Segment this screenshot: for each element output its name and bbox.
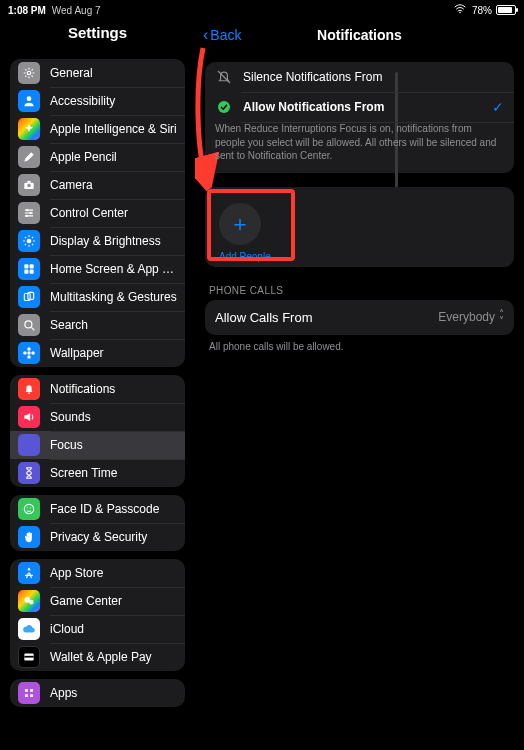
person-icon [18, 90, 40, 112]
sidebar-item-faceid[interactable]: Face ID & Passcode [10, 495, 185, 523]
sidebar-item-screen-time[interactable]: Screen Time [10, 459, 185, 487]
camera-icon [18, 174, 40, 196]
sidebar-item-label: Sounds [50, 410, 177, 424]
status-bar: 1:08 PM Wed Aug 7 78% [0, 0, 524, 18]
sidebar-item-label: Face ID & Passcode [50, 502, 177, 516]
sidebar-item-focus[interactable]: Focus [10, 431, 185, 459]
sliders-icon [18, 202, 40, 224]
add-people-label: Add People [219, 251, 500, 262]
option-silence-label: Silence Notifications From [243, 70, 504, 84]
sidebar-item-apps[interactable]: Apps [10, 679, 185, 707]
back-button[interactable]: ‹ Back [203, 27, 241, 43]
cloud-icon [18, 618, 40, 640]
battery-percent: 78% [472, 5, 492, 16]
sidebar-item-label: Focus [50, 438, 177, 452]
squares-icon [18, 286, 40, 308]
sidebar-item-control-center[interactable]: Control Center [10, 199, 185, 227]
notification-mode-group: Silence Notifications From Allow Notific… [205, 62, 514, 173]
flower-icon [18, 342, 40, 364]
sidebar-item-sounds[interactable]: Sounds [10, 403, 185, 431]
sidebar-item-label: Screen Time [50, 466, 177, 480]
hourglass-icon [18, 462, 40, 484]
sidebar-item-general[interactable]: General [10, 59, 185, 87]
sun-icon [18, 230, 40, 252]
sidebar-item-display[interactable]: Display & Brightness [10, 227, 185, 255]
phone-calls-header: Phone Calls [209, 285, 510, 296]
sidebar-title: Settings [0, 18, 195, 51]
grid-icon [18, 258, 40, 280]
hand-icon [18, 526, 40, 548]
sidebar-item-label: Apple Intelligence & Siri [50, 122, 177, 136]
sidebar-item-game-center[interactable]: Game Center [10, 587, 185, 615]
svg-point-1 [218, 101, 230, 113]
settings-sidebar[interactable]: Settings GeneralAccessibilityApple Intel… [0, 18, 195, 750]
sidebar-item-label: Accessibility [50, 94, 177, 108]
sidebar-item-label: Wallet & Apple Pay [50, 650, 177, 664]
sidebar-item-camera[interactable]: Camera [10, 171, 185, 199]
wallet-icon [18, 646, 40, 668]
sidebar-item-ai-siri[interactable]: Apple Intelligence & Siri [10, 115, 185, 143]
sidebar-item-wallet[interactable]: Wallet & Apple Pay [10, 643, 185, 671]
pencil-icon [18, 146, 40, 168]
moon-icon [18, 434, 40, 456]
sidebar-item-label: Control Center [50, 206, 177, 220]
astore-icon [18, 562, 40, 584]
speaker-icon [18, 406, 40, 428]
updown-icon: ˄˅ [499, 310, 504, 324]
search-icon [18, 314, 40, 336]
sidebar-item-app-store[interactable]: App Store [10, 559, 185, 587]
option-silence[interactable]: Silence Notifications From [205, 62, 514, 92]
sidebar-item-search[interactable]: Search [10, 311, 185, 339]
battery-icon [496, 5, 516, 15]
sparkle-icon [18, 118, 40, 140]
page-title: Notifications [195, 27, 524, 43]
sidebar-item-label: Search [50, 318, 177, 332]
allow-calls-row[interactable]: Allow Calls From Everybody ˄˅ [205, 300, 514, 335]
allow-calls-label: Allow Calls From [215, 310, 438, 325]
allow-calls-value: Everybody [438, 310, 495, 324]
check-shield-icon [215, 98, 233, 116]
gear-icon [18, 62, 40, 84]
appsgrid-icon [18, 682, 40, 704]
bell-slash-icon [215, 68, 233, 86]
sidebar-item-label: Apple Pencil [50, 150, 177, 164]
sidebar-item-wallpaper[interactable]: Wallpaper [10, 339, 185, 367]
svg-point-0 [459, 12, 461, 14]
sidebar-item-label: iCloud [50, 622, 177, 636]
sidebar-item-label: Notifications [50, 382, 177, 396]
sidebar-item-label: Multitasking & Gestures [50, 290, 177, 304]
option-description: When Reduce Interruptions Focus is on, n… [205, 122, 514, 173]
face-icon [18, 498, 40, 520]
sidebar-item-label: Camera [50, 178, 177, 192]
sidebar-item-icloud[interactable]: iCloud [10, 615, 185, 643]
checkmark-icon: ✓ [492, 99, 504, 115]
calls-caption: All phone calls will be allowed. [209, 341, 510, 352]
status-time: 1:08 PM [8, 5, 46, 16]
bell-icon [18, 378, 40, 400]
sidebar-item-label: General [50, 66, 177, 80]
sidebar-item-label: Wallpaper [50, 346, 177, 360]
chevron-left-icon: ‹ [203, 27, 208, 43]
option-allow-label: Allow Notifications From [243, 100, 492, 114]
status-date: Wed Aug 7 [52, 5, 101, 16]
sidebar-item-label: Home Screen & App Library [50, 262, 177, 276]
wifi-icon [454, 4, 466, 16]
add-people-card: ＋ Add People [205, 187, 514, 267]
bubbles-icon [18, 590, 40, 612]
back-label: Back [210, 27, 241, 43]
add-people-button[interactable]: ＋ [219, 203, 261, 245]
sidebar-item-label: Display & Brightness [50, 234, 177, 248]
sidebar-item-pencil[interactable]: Apple Pencil [10, 143, 185, 171]
sidebar-item-notifications[interactable]: Notifications [10, 375, 185, 403]
sidebar-item-accessibility[interactable]: Accessibility [10, 87, 185, 115]
sidebar-item-label: Game Center [50, 594, 177, 608]
plus-icon: ＋ [229, 213, 251, 235]
sidebar-item-multitask[interactable]: Multitasking & Gestures [10, 283, 185, 311]
detail-pane: ‹ Back Notifications Silence Notificatio… [195, 18, 524, 750]
option-allow[interactable]: Allow Notifications From ✓ [205, 92, 514, 122]
sidebar-item-label: App Store [50, 566, 177, 580]
sidebar-item-label: Apps [50, 686, 177, 700]
sidebar-item-privacy[interactable]: Privacy & Security [10, 523, 185, 551]
sidebar-item-home-screen[interactable]: Home Screen & App Library [10, 255, 185, 283]
sidebar-item-label: Privacy & Security [50, 530, 177, 544]
